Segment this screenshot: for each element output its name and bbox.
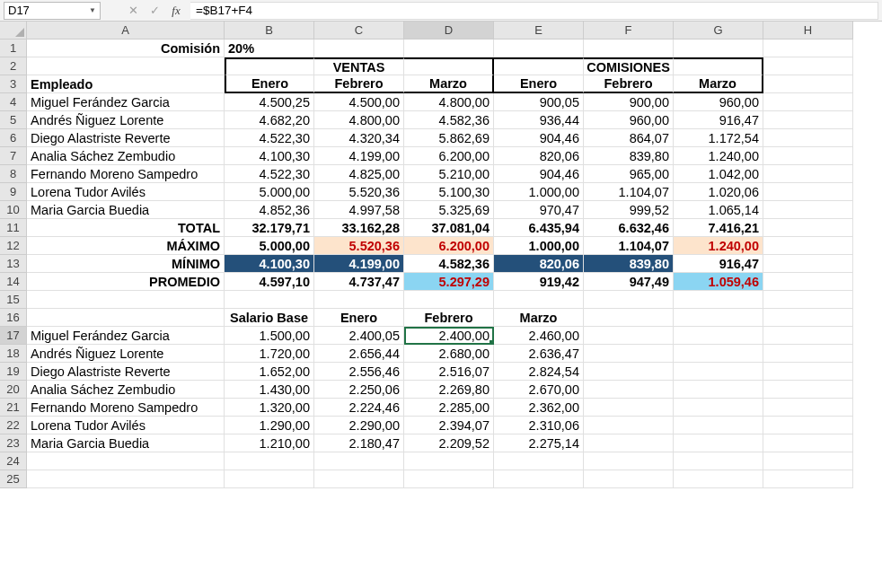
cell-F2[interactable]: COMISIONES — [584, 57, 674, 75]
cell-A15[interactable] — [27, 291, 225, 309]
cell-G25[interactable] — [674, 470, 763, 488]
cell-G16[interactable] — [674, 309, 763, 327]
cell-G14[interactable]: 1.059,46 — [674, 273, 763, 291]
cell-A14[interactable]: PROMEDIO — [27, 273, 225, 291]
cell-D18[interactable]: 2.680,00 — [404, 345, 494, 363]
column-header-H[interactable]: H — [763, 22, 853, 39]
row-header-13[interactable]: 13 — [0, 255, 27, 273]
cell-D6[interactable]: 5.862,69 — [404, 129, 494, 147]
cell-C6[interactable]: 4.320,34 — [314, 129, 404, 147]
row-header-11[interactable]: 11 — [0, 219, 27, 237]
column-header-F[interactable]: F — [584, 22, 674, 39]
cell-A18[interactable]: Andrés Ñiguez Lorente — [27, 345, 225, 363]
cell-A21[interactable]: Fernando Moreno Sampedro — [27, 399, 225, 417]
row-header-22[interactable]: 22 — [0, 417, 27, 434]
row-header-4[interactable]: 4 — [0, 93, 27, 111]
cell-G2[interactable] — [674, 57, 763, 75]
cell-F11[interactable]: 6.632,46 — [584, 219, 674, 237]
cell-E1[interactable] — [494, 39, 584, 57]
cell-D15[interactable] — [404, 291, 494, 309]
cell-E23[interactable]: 2.275,14 — [494, 434, 584, 452]
column-header-A[interactable]: A — [27, 22, 225, 39]
cell-B24[interactable] — [225, 452, 314, 470]
cell-H22[interactable] — [763, 417, 853, 434]
cell-C20[interactable]: 2.250,06 — [314, 381, 404, 399]
cell-F13[interactable]: 839,80 — [584, 255, 674, 273]
cell-G4[interactable]: 960,00 — [674, 93, 763, 111]
row-header-8[interactable]: 8 — [0, 165, 27, 183]
cell-D21[interactable]: 2.285,00 — [404, 399, 494, 417]
cell-C1[interactable] — [314, 39, 404, 57]
cell-C24[interactable] — [314, 452, 404, 470]
cell-F1[interactable] — [584, 39, 674, 57]
cell-B7[interactable]: 4.100,30 — [225, 147, 314, 165]
cell-A1[interactable]: Comisión — [27, 39, 225, 57]
cell-H5[interactable] — [763, 111, 853, 129]
cell-A6[interactable]: Diego Alastriste Reverte — [27, 129, 225, 147]
cell-G23[interactable] — [674, 434, 763, 452]
fx-icon[interactable]: fx — [165, 2, 187, 20]
cell-E5[interactable]: 936,44 — [494, 111, 584, 129]
cell-D1[interactable] — [404, 39, 494, 57]
cell-D17[interactable]: 2.400,00 — [404, 327, 494, 345]
chevron-down-icon[interactable]: ▼ — [89, 6, 96, 14]
cell-E3[interactable]: Enero — [494, 75, 584, 93]
cell-D7[interactable]: 6.200,00 — [404, 147, 494, 165]
cell-B13[interactable]: 4.100,30 — [225, 255, 314, 273]
cell-A11[interactable]: TOTAL — [27, 219, 225, 237]
cell-G24[interactable] — [674, 452, 763, 470]
cell-A3[interactable]: Empleado — [27, 75, 225, 93]
cell-H24[interactable] — [763, 452, 853, 470]
cell-D25[interactable] — [404, 470, 494, 488]
cell-A16[interactable] — [27, 309, 225, 327]
cell-G11[interactable]: 7.416,21 — [674, 219, 763, 237]
cell-E20[interactable]: 2.670,00 — [494, 381, 584, 399]
cell-B12[interactable]: 5.000,00 — [225, 237, 314, 255]
cell-H16[interactable] — [763, 309, 853, 327]
cell-D10[interactable]: 5.325,69 — [404, 201, 494, 219]
cell-D11[interactable]: 37.081,04 — [404, 219, 494, 237]
cell-F8[interactable]: 965,00 — [584, 165, 674, 183]
cell-A5[interactable]: Andrés Ñiguez Lorente — [27, 111, 225, 129]
cell-H2[interactable] — [763, 57, 853, 75]
cell-C23[interactable]: 2.180,47 — [314, 434, 404, 452]
cell-A25[interactable] — [27, 470, 225, 488]
cell-E24[interactable] — [494, 452, 584, 470]
cell-C7[interactable]: 4.199,00 — [314, 147, 404, 165]
cell-G22[interactable] — [674, 417, 763, 434]
cell-E8[interactable]: 904,46 — [494, 165, 584, 183]
cell-H14[interactable] — [763, 273, 853, 291]
cell-B15[interactable] — [225, 291, 314, 309]
cell-D24[interactable] — [404, 452, 494, 470]
cell-E2[interactable] — [494, 57, 584, 75]
cell-F22[interactable] — [584, 417, 674, 434]
cell-G12[interactable]: 1.240,00 — [674, 237, 763, 255]
cell-H18[interactable] — [763, 345, 853, 363]
cell-G13[interactable]: 916,47 — [674, 255, 763, 273]
cell-B14[interactable]: 4.597,10 — [225, 273, 314, 291]
row-header-2[interactable]: 2 — [0, 57, 27, 75]
cell-C22[interactable]: 2.290,00 — [314, 417, 404, 434]
cell-C16[interactable]: Enero — [314, 309, 404, 327]
cell-C8[interactable]: 4.825,00 — [314, 165, 404, 183]
cell-H12[interactable] — [763, 237, 853, 255]
row-header-3[interactable]: 3 — [0, 75, 27, 93]
cell-A7[interactable]: Analia Sáchez Zembudio — [27, 147, 225, 165]
cell-E13[interactable]: 820,06 — [494, 255, 584, 273]
cell-E12[interactable]: 1.000,00 — [494, 237, 584, 255]
cell-D20[interactable]: 2.269,80 — [404, 381, 494, 399]
cell-D16[interactable]: Febrero — [404, 309, 494, 327]
cell-B4[interactable]: 4.500,25 — [225, 93, 314, 111]
row-header-25[interactable]: 25 — [0, 470, 27, 488]
cell-H21[interactable] — [763, 399, 853, 417]
cell-E25[interactable] — [494, 470, 584, 488]
cell-F10[interactable]: 999,52 — [584, 201, 674, 219]
formula-input[interactable]: =$B17+F4 — [190, 2, 878, 20]
cell-B18[interactable]: 1.720,00 — [225, 345, 314, 363]
row-header-20[interactable]: 20 — [0, 381, 27, 399]
cell-F20[interactable] — [584, 381, 674, 399]
cell-A2[interactable] — [27, 57, 225, 75]
cell-G15[interactable] — [674, 291, 763, 309]
cell-D2[interactable] — [404, 57, 494, 75]
cell-G19[interactable] — [674, 363, 763, 381]
